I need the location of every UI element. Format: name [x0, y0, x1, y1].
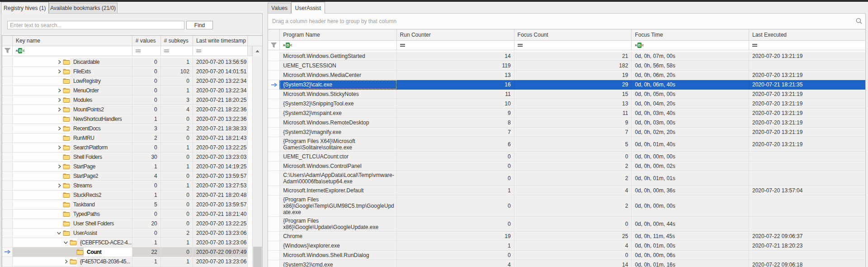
focus-count-cell[interactable]: 0 — [514, 217, 632, 232]
focus-count-cell[interactable]: 7 — [514, 128, 632, 137]
tree-timestamp-cell[interactable]: 2020-07-20 13:22:25 — [193, 143, 248, 153]
tree-row[interactable]: MountPoints2042020-07-21 18:22:36 — [2, 105, 262, 114]
grid-header-last-executed[interactable]: Last Executed — [749, 29, 865, 41]
tree-subkeys-cell[interactable]: 102 — [161, 67, 193, 76]
tree-timestamp-cell[interactable]: 2020-07-22 09:07:49 — [193, 248, 248, 257]
focus-count-cell[interactable]: 2 — [514, 195, 632, 217]
run-counter-cell[interactable]: 0 — [397, 162, 514, 171]
grid-header-focus-time[interactable]: Focus Time — [632, 29, 749, 41]
run-counter-cell[interactable]: 119 — [397, 61, 514, 71]
tree-row[interactable]: LowRegistry002020-07-20 13:22:34 — [2, 76, 262, 86]
last-executed-cell[interactable]: 2020-07-20 13:21:19 — [749, 99, 865, 109]
focus-time-cell[interactable]: 0d, 0h, 03m, 00s — [632, 118, 749, 128]
table-row[interactable]: {System32}\cmd.exe4140d, 0h, 01m, 16s202… — [268, 260, 865, 267]
last-executed-cell[interactable]: 2020-07-20 13:21:19 — [749, 109, 865, 118]
tree-timestamp-cell[interactable]: 2020-07-20 13:23:03 — [193, 153, 248, 162]
tree-subkeys-cell[interactable]: 0 — [161, 114, 193, 124]
program-name-cell[interactable]: UEME_CTLSESSION — [280, 61, 396, 71]
run-counter-cell[interactable]: 19 — [397, 232, 514, 241]
tree-values-cell[interactable]: 3 — [132, 124, 161, 134]
tree-key-cell[interactable]: FileExts — [13, 67, 132, 76]
focus-time-cell[interactable]: 0d, 0h, 00m, 44s — [632, 217, 749, 232]
tree-key-cell[interactable]: {F4E57C4B-2036-45... — [13, 257, 132, 267]
tree-header-values[interactable]: # values — [132, 36, 161, 46]
focus-time-cell[interactable]: 0d, 0h, 00m, 02s — [632, 162, 749, 171]
run-counter-cell[interactable]: 1 — [397, 241, 514, 251]
focus-count-cell[interactable]: 25 — [514, 232, 632, 241]
focus-count-cell[interactable]: 2 — [514, 162, 632, 171]
focus-count-cell[interactable]: 13 — [514, 99, 632, 109]
program-name-cell[interactable]: Microsoft.Windows.Shell.RunDialog — [280, 251, 396, 260]
last-executed-cell[interactable]: 2020-07-20 13:21:19 — [749, 128, 865, 137]
run-counter-cell[interactable]: 0 — [397, 217, 514, 232]
tree-subkeys-cell[interactable]: 4 — [161, 105, 193, 114]
tree-values-cell[interactable]: 30 — [132, 153, 161, 162]
run-counter-cell[interactable]: 6 — [397, 137, 514, 152]
tree-key-cell[interactable]: MenuOrder — [13, 86, 132, 95]
tree-timestamp-cell[interactable]: 2020-07-21 18:20:25 — [193, 95, 248, 105]
tree-header-subkeys[interactable]: # subkeys — [161, 36, 193, 46]
tree-timestamp-cell[interactable]: 2020-07-20 14:19:25 — [193, 162, 248, 172]
grid-filter-focus-count[interactable] — [514, 41, 632, 51]
program-name-cell[interactable]: {Program Files x86}\Google\Temp\GUM98C5.… — [280, 195, 396, 217]
table-row[interactable]: {System32}\SnippingTool.exe10130d, 0h, 0… — [268, 99, 865, 109]
program-name-cell[interactable]: UEME_CTLCUACount:ctor — [280, 152, 396, 162]
tree-row[interactable]: MenuOrder012020-07-20 13:22:34 — [2, 86, 262, 95]
tree-key-cell[interactable]: MountPoints2 — [13, 105, 132, 114]
tree-subkeys-cell[interactable]: 1 — [161, 257, 193, 267]
tree-key-cell[interactable]: Shell Folders — [13, 153, 132, 162]
tree-values-cell[interactable]: 1 — [132, 238, 161, 248]
tree-values-cell[interactable]: 0 — [132, 105, 161, 114]
run-counter-cell[interactable]: 16 — [397, 80, 514, 90]
focus-count-cell[interactable]: 0 — [514, 251, 632, 260]
tree-values-cell[interactable]: 0 — [132, 57, 161, 67]
focus-time-cell[interactable]: 0d, 0h, 01m, 00s — [632, 241, 749, 251]
tree-filter-timestamp[interactable] — [193, 46, 248, 56]
tree-values-cell[interactable]: 5 — [132, 200, 161, 210]
focus-time-cell[interactable]: 0d, 0h, 00m, 36s — [632, 186, 749, 195]
run-counter-cell[interactable]: 0 — [397, 195, 514, 217]
tree-key-cell[interactable]: LowRegistry — [13, 76, 132, 86]
focus-time-cell[interactable]: 0d, 0h, 06m, 40s — [632, 80, 749, 90]
tree-values-cell[interactable]: 22 — [132, 248, 161, 257]
last-executed-cell[interactable] — [749, 217, 865, 232]
tree-timestamp-cell[interactable]: 2020-07-20 13:23:06 — [193, 238, 248, 248]
last-executed-cell[interactable]: 2020-07-20 13:21:19 — [749, 71, 865, 80]
group-by-panel[interactable]: Drag a column header here to group by th… — [272, 14, 396, 29]
table-row[interactable]: Microsoft.Windows.ControlPanel020d, 0h, … — [268, 162, 865, 171]
tree-row[interactable]: Streams012020-07-20 13:27:53 — [2, 181, 262, 191]
tree-key-cell[interactable]: Taskband — [13, 200, 132, 210]
tree-timestamp-cell[interactable]: 2020-07-20 13:22:36 — [193, 114, 248, 124]
tree-row[interactable]: StuckRects2102020-07-21 18:20:48 — [2, 191, 262, 200]
tree-key-cell[interactable]: Discardable — [13, 57, 132, 67]
program-name-cell[interactable]: {Windows}\explorer.exe — [280, 241, 396, 251]
focus-count-cell[interactable]: 0 — [514, 152, 632, 162]
tree-values-cell[interactable]: 4 — [132, 172, 161, 181]
tree-key-cell[interactable]: User Shell Folders — [13, 219, 132, 229]
tree-key-cell[interactable]: StartPage2 — [13, 172, 132, 181]
table-row[interactable]: UEME_CTLCUACount:ctor000d, 0h, 00m, 00s — [268, 152, 865, 162]
focus-time-cell[interactable]: 0d, 0h, 00m, 00s — [632, 152, 749, 162]
focus-count-cell[interactable]: 19 — [514, 71, 632, 80]
tree-key-cell[interactable]: Count — [13, 248, 132, 257]
tree-subkeys-cell[interactable]: 0 — [161, 248, 193, 257]
tree-values-cell[interactable]: 0 — [132, 86, 161, 95]
tree-subkeys-cell[interactable]: 3 — [161, 95, 193, 105]
tree-subkeys-cell[interactable]: 0 — [161, 191, 193, 200]
table-row[interactable]: {Program Files X64}\Microsoft Games\Soli… — [268, 137, 865, 152]
run-counter-cell[interactable]: 11 — [397, 90, 514, 99]
grid-filter-run-counter[interactable] — [397, 41, 514, 51]
grid-header-focus-count[interactable]: Focus Count — [514, 29, 632, 41]
program-name-cell[interactable]: Microsoft.Windows.GettingStarted — [280, 52, 396, 61]
tree-timestamp-cell[interactable]: 2020-07-20 13:23:06 — [193, 229, 248, 238]
run-counter-cell[interactable]: 4 — [397, 260, 514, 267]
tree-key-cell[interactable]: Modules — [13, 95, 132, 105]
last-executed-cell[interactable]: 2020-07-21 18:20:23 — [749, 241, 865, 251]
program-name-cell[interactable]: Microsoft.InternetExplorer.Default — [280, 186, 396, 195]
program-name-cell[interactable]: {Program Files x86}\Google\Update\Google… — [280, 217, 396, 232]
tree-values-cell[interactable]: 0 — [132, 210, 161, 219]
tab-registry-hives[interactable]: Registry hives (1) — [1, 2, 49, 14]
tab-available-bookmarks[interactable]: Available bookmarks (21/0) — [49, 3, 118, 13]
tree-values-cell[interactable]: 1 — [132, 162, 161, 172]
tree-row[interactable]: NewShortcutHandlers102020-07-20 13:22:36 — [2, 114, 262, 124]
